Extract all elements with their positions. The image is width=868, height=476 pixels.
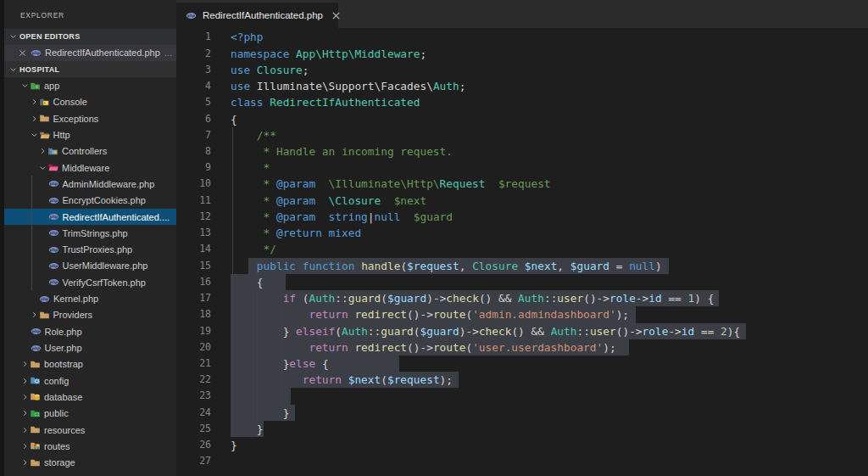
chevron-down-icon (8, 64, 18, 75)
code-text: return $next($request); (231, 372, 453, 388)
token-fn: redirect (354, 341, 407, 354)
php-icon: php (48, 260, 59, 272)
token-var: $guard (387, 292, 426, 305)
code-line-1: 1<?php (176, 29, 868, 45)
line-number: 25 (176, 421, 211, 437)
code-text: * @param \Illuminate\Http\Request $reque… (231, 176, 551, 192)
token-kw: @return (276, 227, 322, 239)
token-ctrl: else (289, 357, 315, 370)
tree-indent-guide (31, 176, 32, 290)
sidebar-item-exceptions[interactable]: Exceptions (4, 110, 202, 126)
folder-icon (30, 457, 41, 468)
line-number: 18 (176, 306, 211, 322)
token-kw: null (375, 210, 401, 223)
code-line-12: 12 * @param string|null $guard (176, 209, 868, 225)
folder-middleware-icon (47, 162, 58, 173)
sidebar-item-bootstrap[interactable]: bootstrap (4, 356, 192, 372)
token-pun: Illuminate\Support\Facades\ (257, 80, 433, 92)
code-line-17: 17 if (Auth::guard($guard)->check() && A… (176, 290, 868, 306)
token-pun (231, 341, 309, 354)
token-cmt: * Handle an incoming request. (231, 145, 453, 158)
sidebar-item-config[interactable]: config (4, 372, 192, 389)
token-type: Closure (257, 64, 303, 76)
token-pun: -> (636, 292, 648, 305)
token-pun: ( (400, 260, 407, 272)
token-pun: ) { (694, 292, 714, 305)
line-number: 19 (176, 323, 211, 339)
token-type: Auth (518, 292, 544, 305)
token-pun: ()-> (407, 341, 433, 354)
sidebar-item-role-php[interactable]: phpRole.php (4, 323, 203, 339)
code-text: } elseif(Auth::guard($guard)->check() &&… (231, 323, 740, 339)
code-line-3: 3use Closure; (176, 62, 868, 78)
line-number: 24 (176, 405, 211, 421)
token-var: $next (525, 260, 558, 272)
code-text: * @param \Closure $next (231, 193, 426, 209)
line-number: 15 (176, 258, 211, 274)
token-fn: user (590, 325, 616, 338)
open-editors-header[interactable]: OPEN EDITORS (4, 29, 181, 45)
token-pun: ); (440, 373, 453, 386)
chevron-right-icon (20, 408, 30, 419)
sidebar-item-database[interactable]: database (4, 389, 192, 405)
sidebar-item-routes[interactable]: routes (4, 438, 192, 454)
line-number: 14 (176, 241, 211, 257)
php-icon: php (31, 343, 42, 354)
sidebar-item-user-php[interactable]: phpUser.php (4, 339, 203, 356)
tab-close-icon[interactable] (331, 9, 342, 21)
token-pun: ); (603, 341, 615, 354)
token-pun: )-> (426, 292, 446, 305)
token-cmt (315, 194, 328, 207)
token-pun: , (557, 260, 570, 272)
code-line-18: 18 return redirect()->route('admin.admin… (176, 306, 868, 322)
token-str: 'user.userdashboard' (472, 341, 603, 354)
svg-text:php: php (49, 199, 58, 203)
token-type: Auth (551, 325, 577, 338)
token-pun: ()-> (583, 292, 609, 305)
code-text: * @param string|null $guard (231, 209, 453, 225)
token-kw: @param (276, 210, 315, 223)
project-root-label: HOSPITAL (19, 65, 59, 74)
token-kw: null (629, 260, 655, 272)
code-text: */ (231, 241, 276, 257)
tree-item-label: AdminMiddleware.php (63, 179, 155, 189)
code-line-16: 16 { (176, 274, 868, 290)
sidebar-item-resources[interactable]: resources (4, 422, 192, 438)
php-icon: php (48, 244, 59, 255)
token-pun: == (662, 292, 688, 305)
project-root-header[interactable]: HOSPITAL (4, 61, 181, 77)
token-var: $guard (570, 260, 609, 272)
sidebar-item-providers[interactable]: Providers (4, 307, 202, 323)
code-text: } (231, 405, 289, 421)
token-ctrl: return (309, 341, 348, 354)
line-number: 3 (176, 62, 211, 78)
sidebar-item-console[interactable]: Console (4, 94, 202, 110)
token-pun: :: (335, 292, 348, 305)
token-pun (231, 325, 283, 338)
sidebar-item-public[interactable]: public (4, 406, 192, 422)
code-editor[interactable]: 1<?php2namespace App\Http\Middleware;3us… (176, 28, 868, 476)
token-pun: { (231, 113, 237, 126)
sidebar-item-storage[interactable]: storage (4, 455, 192, 471)
token-fn: check (446, 292, 479, 305)
token-pun: = (609, 260, 629, 272)
token-cmt: /** (231, 129, 276, 142)
folder-routes-icon (30, 440, 41, 451)
sidebar-item-http[interactable]: Http (4, 126, 202, 143)
token-type: App\Http\Middleware (296, 48, 420, 60)
token-var: id (648, 292, 661, 305)
tab-redirectifauthenticated[interactable]: php RedirectIfAuthenticated.php (176, 3, 338, 28)
chevron-right-icon (20, 375, 30, 386)
token-ctrl: return (303, 373, 342, 386)
token-pun: ) (655, 260, 662, 272)
sidebar-item-app[interactable]: app (4, 77, 192, 93)
open-editor-item-redirectifauthenticated[interactable]: phpRedirectIfAuthenticated.php... (4, 45, 190, 61)
line-number: 9 (176, 160, 211, 176)
tree-item-label: public (44, 408, 69, 418)
vscode-window: EXPLORER OPEN EDITORSphpRedirectIfAuthen… (0, 0, 868, 476)
code-text: * (231, 160, 270, 176)
code-line-27: 27 (176, 453, 868, 469)
tree-item-label: Console (53, 97, 87, 107)
line-number: 26 (176, 437, 211, 453)
php-icon: php (48, 178, 59, 189)
